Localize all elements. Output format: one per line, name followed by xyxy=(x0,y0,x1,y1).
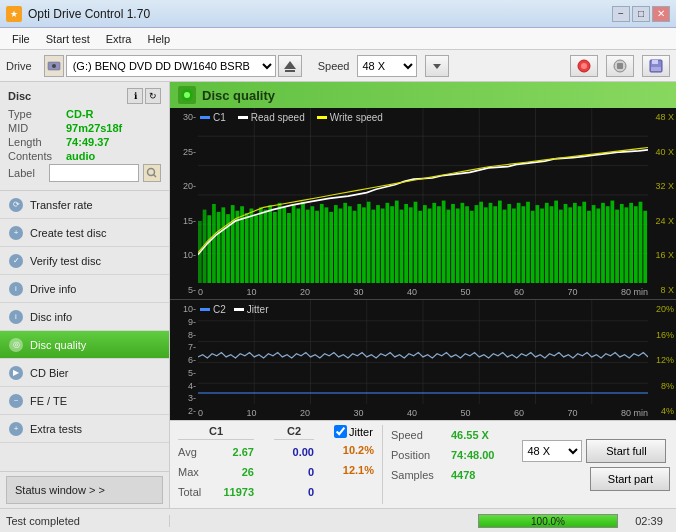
sidebar-item-fe-te[interactable]: ~ FE / TE xyxy=(0,387,169,415)
sidebar-item-disc-info[interactable]: i Disc info xyxy=(0,303,169,331)
save-button[interactable] xyxy=(642,55,670,77)
max-label: Max xyxy=(178,466,214,478)
svg-rect-64 xyxy=(353,211,357,283)
sidebar-item-disc-quality[interactable]: ◎ Disc quality xyxy=(0,331,169,359)
label-row xyxy=(49,164,161,182)
speed-stat-label: Speed xyxy=(391,429,443,441)
sidebar-item-drive-info[interactable]: i Drive info xyxy=(0,275,169,303)
svg-rect-94 xyxy=(493,206,497,283)
sidebar-item-extra-tests[interactable]: + Extra tests xyxy=(0,415,169,443)
action-btn-1[interactable] xyxy=(570,55,598,77)
quality-header: Disc quality xyxy=(170,82,676,108)
statusbar: Test completed 100.0% 02:39 xyxy=(0,508,676,532)
svg-rect-86 xyxy=(456,208,460,283)
speed-arrow-button[interactable] xyxy=(425,55,449,77)
svg-rect-42 xyxy=(250,208,254,283)
fe-te-icon: ~ xyxy=(9,394,23,408)
svg-rect-35 xyxy=(217,212,221,283)
charts-area: C1 Read speed Write speed 30- 25- 20- xyxy=(170,108,676,420)
sidebar-label-extra-tests: Extra tests xyxy=(30,423,82,435)
svg-rect-58 xyxy=(325,207,329,283)
disc-refresh-icon[interactable]: ↻ xyxy=(145,88,161,104)
chart-top-svg xyxy=(198,108,648,283)
chart-top: C1 Read speed Write speed 30- 25- 20- xyxy=(170,108,676,300)
menu-help[interactable]: Help xyxy=(139,31,178,47)
samples-row: Samples 4478 xyxy=(391,465,494,485)
disc-mid-value: 97m27s18f xyxy=(66,122,122,134)
sidebar-label-disc-info: Disc info xyxy=(30,311,72,323)
content-area: Disc quality C1 Read speed xyxy=(170,82,676,508)
jitter-avg-value: 10.2% xyxy=(334,444,374,456)
svg-rect-95 xyxy=(498,201,502,283)
sidebar-menu: ⟳ Transfer rate + Create test disc ✓ Ver… xyxy=(0,191,169,443)
create-test-disc-icon: + xyxy=(9,226,23,240)
c2-total-value: 0 xyxy=(274,486,314,498)
menu-extra[interactable]: Extra xyxy=(98,31,140,47)
disc-label-label: Label xyxy=(8,167,49,179)
disc-title-row: Disc ℹ ↻ xyxy=(8,88,161,104)
position-stat-value: 74:48.00 xyxy=(451,449,494,461)
x-label-40: 40 xyxy=(407,287,417,297)
x-bot-label-0: 0 xyxy=(198,408,203,418)
speed-select[interactable]: 48 X 40 X 32 X xyxy=(357,55,417,77)
svg-rect-103 xyxy=(536,205,540,283)
maximize-button[interactable]: □ xyxy=(632,6,650,22)
svg-rect-124 xyxy=(634,206,638,283)
svg-rect-100 xyxy=(521,206,525,283)
svg-rect-97 xyxy=(507,204,511,283)
x-bot-label-40: 40 xyxy=(407,408,417,418)
y-bot-label-5: 5- xyxy=(172,368,196,378)
sidebar-item-create-test-disc[interactable]: + Create test disc xyxy=(0,219,169,247)
svg-rect-120 xyxy=(615,210,619,283)
svg-rect-84 xyxy=(446,210,450,283)
start-full-button[interactable]: Start full xyxy=(586,439,666,463)
disc-info-icon[interactable]: ℹ xyxy=(127,88,143,104)
svg-rect-85 xyxy=(451,204,455,283)
y-top-label-1: 30- xyxy=(172,112,196,122)
svg-marker-6 xyxy=(433,64,441,69)
action-btn-2[interactable] xyxy=(606,55,634,77)
svg-rect-51 xyxy=(292,204,296,283)
svg-rect-98 xyxy=(512,208,516,283)
svg-rect-33 xyxy=(207,215,211,283)
status-window-button[interactable]: Status window > > xyxy=(6,476,163,504)
progress-text: 100.0% xyxy=(479,515,617,529)
y-top-label-5: 10- xyxy=(172,250,196,260)
start-full-speed-select[interactable]: 48 X xyxy=(522,440,582,462)
svg-rect-121 xyxy=(620,204,624,283)
sidebar-item-transfer-rate[interactable]: ⟳ Transfer rate xyxy=(0,191,169,219)
svg-line-15 xyxy=(154,175,157,178)
svg-rect-52 xyxy=(296,208,300,283)
svg-rect-118 xyxy=(606,206,610,283)
y-bot-label-9: 9- xyxy=(172,317,196,327)
speed-info-col: Speed 46.55 X Position 74:48.00 Samples … xyxy=(391,425,494,504)
c1-max-row: Max 26 xyxy=(178,462,254,482)
drive-eject-button[interactable] xyxy=(278,55,302,77)
y-bot-right-4: 8% xyxy=(650,381,674,391)
drive-select[interactable]: (G:) BENQ DVD DD DW1640 BSRB xyxy=(66,55,276,77)
y-bot-label-8: 8- xyxy=(172,330,196,340)
quality-icon xyxy=(178,86,196,104)
svg-rect-13 xyxy=(651,67,661,71)
label-input[interactable] xyxy=(49,164,139,182)
svg-rect-75 xyxy=(404,204,408,283)
menu-file[interactable]: File xyxy=(4,31,38,47)
start-part-button[interactable]: Start part xyxy=(590,467,670,491)
close-button[interactable]: ✕ xyxy=(652,6,670,22)
menu-start-test[interactable]: Start test xyxy=(38,31,98,47)
jitter-checkbox[interactable] xyxy=(334,425,347,438)
label-search-button[interactable] xyxy=(143,164,161,182)
svg-rect-56 xyxy=(315,211,319,283)
legend-read-speed: Read speed xyxy=(238,112,305,123)
speed-row: Speed 46.55 X xyxy=(391,425,494,445)
minimize-button[interactable]: − xyxy=(612,6,630,22)
sidebar-item-verify-test-disc[interactable]: ✓ Verify test disc xyxy=(0,247,169,275)
sidebar-label-cd-bier: CD Bier xyxy=(30,367,69,379)
svg-rect-36 xyxy=(221,207,225,283)
sidebar-item-cd-bier[interactable]: ▶ CD Bier xyxy=(0,359,169,387)
svg-rect-126 xyxy=(643,211,647,283)
y-bot-label-10: 10- xyxy=(172,304,196,314)
svg-rect-41 xyxy=(245,213,249,283)
svg-rect-76 xyxy=(409,207,413,283)
svg-rect-92 xyxy=(484,207,488,283)
